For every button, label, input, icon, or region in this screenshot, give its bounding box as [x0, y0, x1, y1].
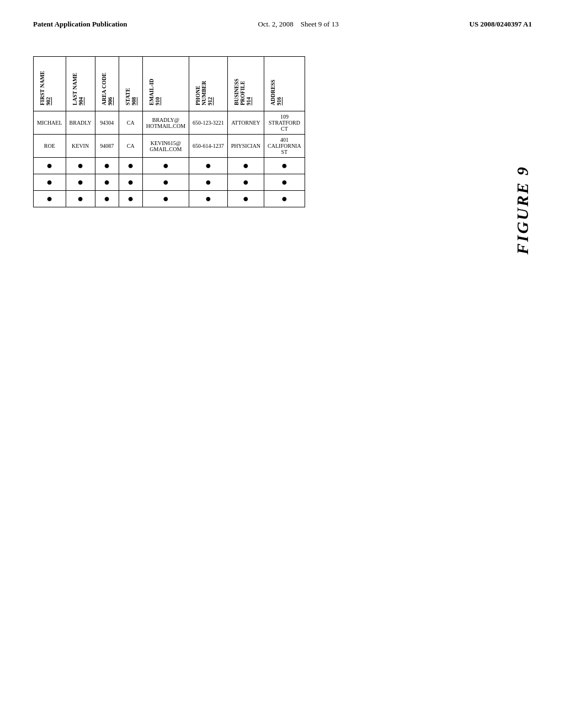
dot-1-2: ●: [66, 158, 95, 174]
cell-phone-2: 650-614-1237: [189, 135, 228, 158]
dot-2-5: ●: [142, 174, 189, 191]
cell-area-code-1: 94304: [95, 111, 119, 135]
cell-phone-1: 650-123-3221: [189, 111, 228, 135]
dot-1-3: ●: [95, 158, 119, 174]
dot-1-5: ●: [142, 158, 189, 174]
cell-business-2: PHYSICIAN: [227, 135, 264, 158]
cell-first-name-1: MICHAEL: [34, 111, 66, 135]
col-header-first-name: FIRST NAME 902: [34, 57, 66, 111]
dot-3-5: ●: [142, 191, 189, 207]
dot-3-8: ●: [264, 191, 305, 207]
dot-1-1: ●: [34, 158, 66, 174]
page-header: Patent Application Publication Oct. 2, 2…: [0, 0, 565, 40]
dot-1-8: ●: [264, 158, 305, 174]
dot-2-4: ●: [119, 174, 142, 191]
col-header-state: STATE 908: [119, 57, 142, 111]
dot-row-2: ● ● ● ● ● ● ● ●: [34, 174, 305, 191]
cell-address-2: 401CALIFORNIAST: [264, 135, 305, 158]
cell-email-1: BRADLY@HOTMAIL.COM: [142, 111, 189, 135]
main-content: FIRST NAME 902 LAST NAME 904 AREA CODE: [0, 40, 565, 207]
cell-email-2: KEVIN615@GMAIL.COM: [142, 135, 189, 158]
figure-text: FIGURE 9: [513, 165, 532, 255]
dot-2-1: ●: [34, 174, 66, 191]
dot-2-6: ●: [189, 174, 228, 191]
dot-3-2: ●: [66, 191, 95, 207]
dot-3-1: ●: [34, 191, 66, 207]
cell-business-1: ATTORNEY: [227, 111, 264, 135]
dot-1-7: ●: [227, 158, 264, 174]
cell-last-name-2: KEVIN: [66, 135, 95, 158]
header-date: Oct. 2, 2008: [258, 20, 293, 28]
dot-1-4: ●: [119, 158, 142, 174]
cell-last-name-1: BRADLY: [66, 111, 95, 135]
table-header-row: FIRST NAME 902 LAST NAME 904 AREA CODE: [34, 57, 305, 111]
header-sheet: Sheet 9 of 13: [301, 20, 339, 28]
header-left: Patent Application Publication: [33, 20, 127, 29]
dot-3-4: ●: [119, 191, 142, 207]
dot-2-2: ●: [66, 174, 95, 191]
figure-label: FIGURE 9: [513, 165, 532, 255]
col-header-email-id: EMAIL-ID 910: [142, 57, 189, 111]
data-table: FIRST NAME 902 LAST NAME 904 AREA CODE: [33, 56, 305, 207]
header-right: US 2008/0240397 A1: [470, 20, 532, 29]
col-header-phone-number: PHONE NUMBER 912: [189, 57, 228, 111]
dot-2-7: ●: [227, 174, 264, 191]
dot-row-1: ● ● ● ● ● ● ● ●: [34, 158, 305, 174]
dot-2-8: ●: [264, 174, 305, 191]
col-header-address: ADDRESS 916: [264, 57, 305, 111]
dot-3-6: ●: [189, 191, 228, 207]
col-header-business-profile: BUSINESS PROFILE 914: [227, 57, 264, 111]
table-container: FIRST NAME 902 LAST NAME 904 AREA CODE: [33, 56, 305, 207]
dot-3-7: ●: [227, 191, 264, 207]
cell-state-2: CA: [119, 135, 142, 158]
dot-3-3: ●: [95, 191, 119, 207]
dot-2-3: ●: [95, 174, 119, 191]
cell-area-code-2: 94087: [95, 135, 119, 158]
cell-first-name-2: ROE: [34, 135, 66, 158]
cell-state-1: CA: [119, 111, 142, 135]
col-header-last-name: LAST NAME 904: [66, 57, 95, 111]
table-row: ROE KEVIN 94087 CA KEVIN615@GMAIL.COM 65…: [34, 135, 305, 158]
header-center: Oct. 2, 2008 Sheet 9 of 13: [258, 20, 338, 29]
cell-address-1: 109STRATFORDCT: [264, 111, 305, 135]
dot-1-6: ●: [189, 158, 228, 174]
col-header-area-code: AREA CODE 906: [95, 57, 119, 111]
table-row: MICHAEL BRADLY 94304 CA BRADLY@HOTMAIL.C…: [34, 111, 305, 135]
dot-row-3: ● ● ● ● ● ● ● ●: [34, 191, 305, 207]
